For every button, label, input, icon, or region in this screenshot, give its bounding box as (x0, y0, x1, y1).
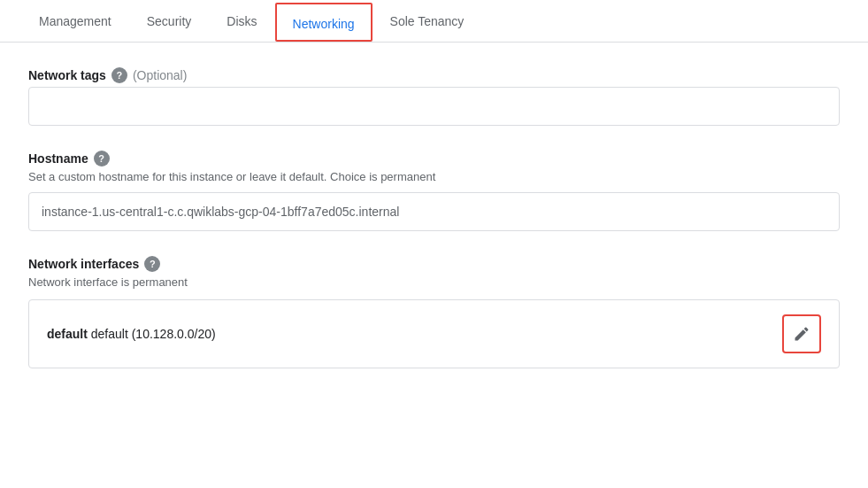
tab-disks[interactable]: Disks (209, 0, 274, 42)
network-interface-card: default default (10.128.0.0/20) (28, 299, 840, 368)
network-interface-name: default (47, 327, 88, 341)
tab-security[interactable]: Security (129, 0, 210, 42)
network-interfaces-help-icon[interactable]: ? (144, 256, 160, 272)
network-tags-help-icon[interactable]: ? (111, 67, 127, 83)
hostname-input[interactable] (28, 192, 840, 231)
hostname-help-icon[interactable]: ? (94, 151, 110, 167)
network-interface-detail: default (10.128.0.0/20) (88, 327, 216, 341)
edit-network-interface-button[interactable] (782, 314, 821, 353)
network-tags-label: Network tags ? (Optional) (28, 67, 840, 83)
main-content: Network tags ? (Optional) Hostname ? Set… (0, 43, 868, 418)
tab-sole-tenancy[interactable]: Sole Tenancy (373, 0, 482, 42)
hostname-section: Hostname ? Set a custom hostname for thi… (28, 151, 840, 231)
network-interface-text: default default (10.128.0.0/20) (47, 327, 216, 341)
tabs-bar: Management Security Disks Networking Sol… (0, 0, 868, 43)
network-interfaces-label: Network interfaces ? (28, 256, 840, 272)
network-interfaces-description: Network interface is permanent (28, 275, 840, 289)
tab-networking[interactable]: Networking (275, 3, 373, 42)
network-interfaces-section: Network interfaces ? Network interface i… (28, 256, 840, 368)
network-tags-section: Network tags ? (Optional) (28, 67, 840, 126)
tab-management[interactable]: Management (21, 0, 129, 42)
pencil-icon (793, 325, 810, 343)
hostname-label: Hostname ? (28, 151, 840, 167)
hostname-description: Set a custom hostname for this instance … (28, 170, 840, 183)
network-tags-input[interactable] (28, 87, 840, 126)
